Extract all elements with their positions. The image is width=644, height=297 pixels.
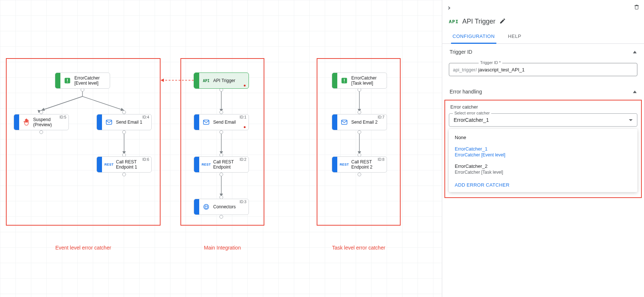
mail-icon — [339, 117, 349, 127]
add-error-catcher-button[interactable]: ADD ERROR CATCHER — [449, 178, 637, 189]
node-suspend[interactable]: Suspend (Preview) ID:5 — [14, 114, 69, 130]
trigger-id-field[interactable]: Trigger ID * api_trigger/ — [449, 63, 637, 76]
node-send-email[interactable]: Send Email ID:1 — [194, 114, 249, 130]
port[interactable] — [219, 173, 223, 176]
node-id: ID:8 — [378, 158, 384, 162]
collapse-panel-icon[interactable]: › — [447, 3, 451, 12]
api-icon: API — [201, 76, 211, 85]
node-label: ErrorCatcher [Event level] — [74, 75, 102, 86]
port[interactable] — [122, 173, 126, 176]
node-rest-1[interactable]: REST Call REST Endpoint 1 ID:6 — [96, 156, 152, 173]
mail-icon — [104, 117, 114, 127]
port[interactable] — [358, 110, 361, 114]
port[interactable] — [122, 110, 126, 114]
node-errorcatcher-task[interactable]: ErrorCatcher [Task level] — [332, 73, 387, 89]
option-main: None — [455, 135, 631, 140]
port[interactable] — [39, 110, 43, 114]
chevron-up-icon — [633, 51, 637, 53]
field-prefix: api_trigger/ — [449, 67, 477, 73]
group-event-label: Event level error catcher — [6, 245, 161, 251]
option-sub: ErrorCatcher [Event level] — [455, 152, 631, 158]
port[interactable] — [39, 130, 43, 134]
option-main: ErrorCatcher_1 — [455, 146, 631, 152]
chevron-down-icon — [629, 119, 633, 121]
details-panel: › API API Trigger CONFIGURATION HELP Tri… — [442, 0, 644, 297]
error-catcher-select[interactable]: Select error catcher ErrorCatcher_1 — [449, 113, 637, 127]
delete-button[interactable] — [634, 4, 640, 11]
port[interactable] — [219, 215, 223, 219]
port[interactable] — [122, 130, 126, 134]
svg-rect-4 — [67, 79, 68, 81]
pencil-icon — [499, 18, 506, 24]
error-catcher-label: Error catcher — [450, 104, 636, 110]
flow-canvas[interactable]: Event level error catcher Main Integrati… — [0, 0, 442, 297]
group-main-label: Main Integration — [180, 245, 264, 251]
node-id: ID:6 — [142, 158, 149, 162]
dropdown-option-ec2[interactable]: ErrorCatcher_2 ErrorCatcher [Task level] — [449, 160, 637, 178]
port[interactable] — [358, 173, 361, 176]
svg-rect-10 — [344, 79, 345, 81]
node-errorcatcher-event[interactable]: ErrorCatcher [Event level] — [55, 73, 110, 89]
node-id: ID:7 — [378, 115, 384, 119]
node-label: Connectors — [213, 204, 238, 209]
node-label: ErrorCatcher [Task level] — [351, 75, 379, 86]
node-id: ID:5 — [60, 115, 66, 119]
tab-help[interactable]: HELP — [507, 30, 523, 43]
node-id: ID:3 — [240, 200, 246, 204]
option-main: ErrorCatcher_2 — [455, 163, 631, 169]
node-api-trigger[interactable]: API API Trigger — [194, 73, 249, 89]
node-rest[interactable]: REST Call REST Endpoint ID:2 — [194, 156, 249, 173]
panel-title: API Trigger — [462, 18, 495, 25]
field-legend: Trigger ID * — [479, 60, 502, 65]
node-label: Send Email — [213, 120, 238, 125]
svg-rect-5 — [67, 82, 68, 82]
dropdown-option-ec1[interactable]: ErrorCatcher_1 ErrorCatcher [Event level… — [449, 143, 637, 160]
node-send-email-2[interactable]: Send Email 2 ID:7 — [332, 114, 387, 130]
port[interactable] — [219, 130, 223, 134]
rest-icon: REST — [339, 160, 349, 169]
node-label: Call REST Endpoint 2 — [351, 159, 374, 170]
dropdown-option-none[interactable]: None — [449, 132, 637, 143]
svg-rect-11 — [344, 82, 345, 82]
section-title: Error handling — [450, 89, 482, 95]
mail-icon — [201, 117, 211, 127]
section-error-handling[interactable]: Error handling — [442, 84, 644, 100]
warning-dot — [244, 85, 246, 86]
node-label: Call REST Endpoint — [213, 159, 236, 170]
panel-tabs: CONFIGURATION HELP — [442, 30, 644, 44]
hand-icon — [21, 117, 31, 127]
chevron-up-icon — [633, 91, 637, 93]
warning-dot — [244, 126, 246, 128]
error-icon — [339, 76, 349, 85]
api-badge-icon: API — [449, 19, 458, 24]
connector-icon — [201, 202, 211, 212]
rest-icon: REST — [201, 160, 211, 169]
node-label: Send Email 1 — [116, 120, 144, 125]
error-icon — [63, 76, 72, 85]
error-catcher-dropdown: None ErrorCatcher_1 ErrorCatcher [Event … — [449, 129, 637, 192]
error-catcher-config: Error catcher Select error catcher Error… — [444, 100, 642, 198]
port[interactable] — [219, 110, 223, 114]
trigger-id-input[interactable] — [477, 67, 637, 73]
trash-icon — [634, 4, 640, 10]
section-title: Trigger ID — [450, 49, 472, 55]
section-trigger-id[interactable]: Trigger ID — [442, 44, 644, 60]
node-label: Call REST Endpoint 1 — [116, 159, 139, 170]
node-id: ID:4 — [142, 115, 149, 119]
select-value: ErrorCatcher_1 — [454, 117, 629, 123]
node-id: ID:1 — [240, 115, 246, 119]
node-id: ID:2 — [240, 158, 246, 162]
select-legend: Select error catcher — [453, 111, 491, 115]
node-send-email-1[interactable]: Send Email 1 ID:4 — [96, 114, 152, 130]
node-connectors[interactable]: Connectors ID:3 — [194, 199, 249, 215]
group-task-label: Task level error catcher — [317, 245, 401, 251]
tab-configuration[interactable]: CONFIGURATION — [451, 30, 496, 44]
node-rest-2[interactable]: REST Call REST Endpoint 2 ID:8 — [332, 156, 387, 173]
edit-title-button[interactable] — [499, 18, 506, 25]
node-label: API Trigger — [213, 78, 237, 83]
option-sub: ErrorCatcher [Task level] — [455, 170, 631, 175]
rest-icon: REST — [104, 160, 114, 169]
node-label: Suspend (Preview) — [33, 117, 54, 127]
port[interactable] — [358, 130, 361, 134]
node-label: Send Email 2 — [351, 120, 380, 125]
